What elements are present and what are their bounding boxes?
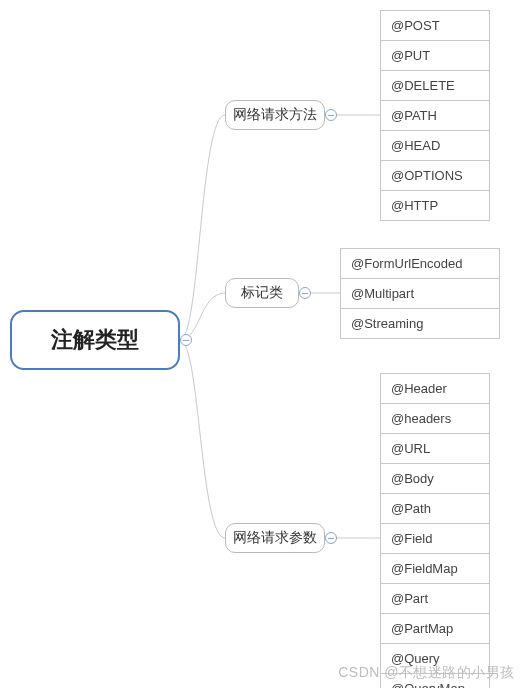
leaf-group-markers: @FormUrlEncoded @Multipart @Streaming [340, 248, 500, 339]
leaf-item[interactable]: @PATH [381, 100, 489, 130]
leaf-group-methods: @POST @PUT @DELETE @PATH @HEAD @OPTIONS … [380, 10, 490, 221]
root-node[interactable]: 注解类型 [10, 310, 180, 370]
leaf-item[interactable]: @PartMap [381, 613, 489, 643]
leaf-item[interactable]: @HEAD [381, 130, 489, 160]
leaf-item[interactable]: @POST [381, 10, 489, 40]
mindmap-canvas: 注解类型 网络请求方法 @POST @PUT @DELETE @PATH @HE… [0, 0, 529, 688]
leaf-item[interactable]: @URL [381, 433, 489, 463]
root-label: 注解类型 [51, 325, 139, 355]
leaf-item[interactable]: @Body [381, 463, 489, 493]
toggle-icon[interactable] [325, 109, 337, 121]
leaf-item[interactable]: @FieldMap [381, 553, 489, 583]
toggle-icon[interactable] [299, 287, 311, 299]
branch-node-markers[interactable]: 标记类 [225, 278, 299, 308]
leaf-item[interactable]: @Multipart [341, 278, 499, 308]
leaf-item[interactable]: @OPTIONS [381, 160, 489, 190]
leaf-item[interactable]: @DELETE [381, 70, 489, 100]
leaf-item[interactable]: @headers [381, 403, 489, 433]
leaf-item[interactable]: @Path [381, 493, 489, 523]
leaf-group-params: @Header @headers @URL @Body @Path @Field… [380, 373, 490, 688]
toggle-icon[interactable] [180, 334, 192, 346]
watermark-text: CSDN @不想迷路的小男孩 [338, 664, 515, 682]
branch-node-methods[interactable]: 网络请求方法 [225, 100, 325, 130]
leaf-item[interactable]: @Field [381, 523, 489, 553]
leaf-item[interactable]: @Streaming [341, 308, 499, 338]
branch-label: 网络请求参数 [233, 529, 317, 547]
branch-label: 标记类 [241, 284, 283, 302]
leaf-item[interactable]: @PUT [381, 40, 489, 70]
branch-node-params[interactable]: 网络请求参数 [225, 523, 325, 553]
leaf-item[interactable]: @HTTP [381, 190, 489, 220]
toggle-icon[interactable] [325, 532, 337, 544]
branch-label: 网络请求方法 [233, 106, 317, 124]
leaf-item[interactable]: @Header [381, 373, 489, 403]
leaf-item[interactable]: @FormUrlEncoded [341, 248, 499, 278]
leaf-item[interactable]: @Part [381, 583, 489, 613]
